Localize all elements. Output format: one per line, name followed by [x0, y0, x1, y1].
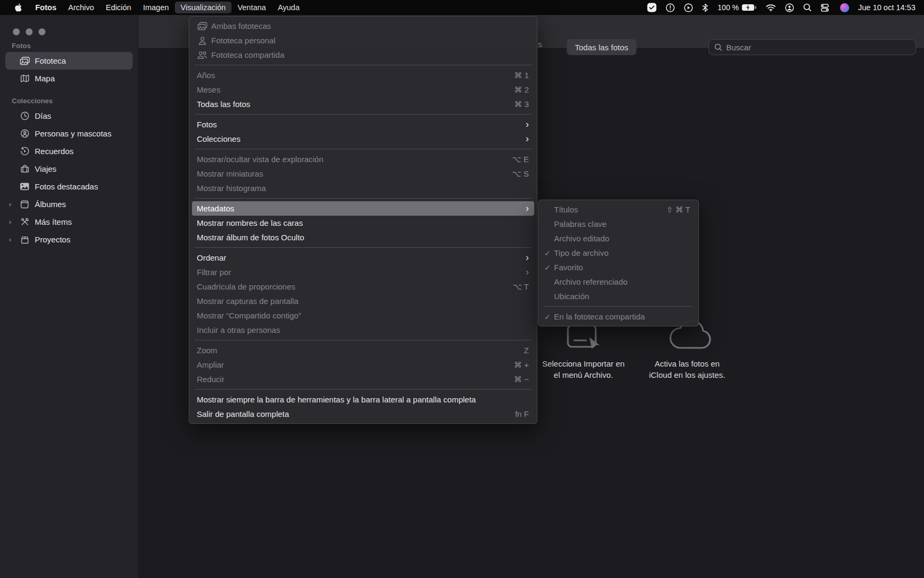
sidebar-item-dias[interactable]: Días [5, 107, 133, 125]
menu-item-anos: Años⌘ 1 [192, 68, 534, 82]
play-circle-icon[interactable] [684, 3, 693, 12]
person-circle-icon [19, 129, 30, 138]
siri-icon[interactable] [840, 3, 849, 12]
battery-percent-label: 100 % [718, 3, 739, 12]
person-icon [197, 36, 207, 45]
submenu-item-archivo-referenciado: ✓ Archivo referenciado [541, 275, 696, 289]
sidebar-item-label: Proyectos [35, 235, 71, 244]
submenu-chevron-icon: › [526, 119, 529, 129]
menu-item-todas-las-fotos[interactable]: Todas las fotos⌘ 3 [192, 97, 534, 111]
battery-status[interactable]: 100 % [718, 3, 757, 12]
menu-item-nombres-caras[interactable]: Mostrar nombres de las caras [192, 216, 534, 230]
segment-label: Todas las fotos [575, 43, 628, 52]
submenu-item-favorito: ✓ Favorito [541, 260, 696, 275]
menubar-item-ayuda[interactable]: Ayuda [272, 2, 305, 13]
people-icon [197, 51, 207, 59]
submenu-item-titulos: ✓ Títulos ⇧ ⌘ T [541, 202, 696, 217]
menu-item-salir-pantalla-completa[interactable]: Salir de pantalla completafn F [192, 407, 534, 421]
disclosure-chevron-icon[interactable]: › [6, 218, 14, 226]
sidebar-item-proyectos[interactable]: › Proyectos [5, 231, 133, 248]
sidebar-item-fototeca[interactable]: Fototeca [5, 52, 133, 70]
menu-item-ambas-fototecas: Ambas fototecas [192, 19, 534, 33]
project-box-icon [19, 235, 30, 244]
sidebar-item-fotos-destacadas[interactable]: Fotos destacadas [5, 178, 133, 195]
sidebar-item-viajes[interactable]: Viajes [5, 160, 133, 178]
menu-separator [195, 247, 532, 248]
search-icon [714, 43, 722, 51]
menubar-item-fotos[interactable]: Fotos [29, 2, 62, 13]
menu-item-capturas: Mostrar capturas de pantalla [192, 294, 534, 308]
menu-item-compartido-contigo: Mostrar “Compartido contigo” [192, 308, 534, 323]
album-icon [19, 200, 30, 209]
user-circle-icon[interactable] [785, 3, 794, 12]
menu-item-fototeca-personal: Fototeca personal [192, 33, 534, 48]
sidebar-item-label: Mapa [35, 74, 55, 83]
sidebar-item-label: Fotos destacadas [35, 182, 98, 191]
menu-item-mostrar-miniaturas: Mostrar miniaturas⌥ S [192, 166, 534, 181]
sidebar-section-fotos: Fotos [0, 42, 138, 50]
shortcuts-check-icon[interactable] [647, 3, 657, 12]
sidebar-item-label: Personas y mascotas [35, 129, 111, 138]
spotlight-icon[interactable] [803, 3, 812, 12]
sidebar-item-label: Recuerdos [35, 147, 74, 156]
submenu-item-palabras-clave: ✓ Palabras clave [541, 217, 696, 231]
close-button[interactable] [13, 28, 20, 35]
disclosure-chevron-icon[interactable]: › [6, 200, 14, 208]
menu-item-barra-pantalla-completa[interactable]: Mostrar siempre la barra de herramientas… [192, 392, 534, 407]
sidebar-item-recuerdos[interactable]: Recuerdos [5, 142, 133, 160]
sidebar-item-albumes[interactable]: › Álbumes [5, 195, 133, 213]
menu-item-fotos[interactable]: Fotos› [192, 117, 534, 132]
menu-item-meses: Meses⌘ 2 [192, 82, 534, 97]
menubar-item-edicion[interactable]: Edición [100, 2, 137, 13]
menu-item-reducir: Reducir⌘ − [192, 372, 534, 386]
menu-separator [195, 65, 532, 65]
menu-separator [544, 306, 693, 307]
menu-item-colecciones[interactable]: Colecciones› [192, 132, 534, 146]
menu-item-vista-exploracion: Mostrar/ocultar vista de exploración⌥ E [192, 152, 534, 166]
map-icon [19, 74, 30, 83]
apple-icon [14, 3, 22, 12]
submenu-chevron-icon: › [526, 253, 529, 262]
minimize-button[interactable] [26, 28, 33, 35]
menubar-clock[interactable]: Jue 10 oct 14:53 [858, 3, 915, 12]
submenu-chevron-icon: › [526, 267, 529, 277]
submenu-chevron-icon: › [526, 203, 529, 213]
menu-item-fototeca-compartida: Fototeca compartida [192, 48, 534, 62]
menu-item-ordenar[interactable]: Ordenar› [192, 250, 534, 265]
photos-icon [197, 22, 207, 31]
wifi-icon[interactable] [766, 4, 776, 12]
icloud-caption: Activa las fotos en iCloud en los ajuste… [628, 358, 746, 381]
menubar-item-imagen[interactable]: Imagen [137, 2, 174, 13]
search-field[interactable]: Buscar [709, 39, 916, 55]
segment-todas-las-fotos[interactable]: Todas las fotos [567, 39, 636, 55]
view-menu: Ambas fototecas Fototeca personal Fotote… [189, 16, 537, 424]
sidebar-item-mapa[interactable]: Mapa [5, 70, 133, 87]
bluetooth-icon[interactable] [702, 3, 709, 12]
menu-item-metadatos[interactable]: Metadatos› [192, 201, 534, 216]
zoom-button[interactable] [38, 28, 45, 35]
battery-icon [742, 4, 757, 11]
alert-circle-icon[interactable] [666, 3, 675, 12]
sidebar-item-personas[interactable]: Personas y mascotas [5, 125, 133, 142]
sidebar-item-label: Más ítems [35, 217, 72, 226]
sidebar-item-label: Álbumes [35, 200, 66, 209]
menu-item-mostrar-histograma: Mostrar histograma [192, 181, 534, 195]
submenu-item-en-fototeca-compartida: ✓ En la fototeca compartida [541, 309, 696, 324]
menubar-item-visualizacion[interactable]: Visualización [175, 2, 232, 13]
segment-partial-text: s [538, 40, 542, 49]
disclosure-chevron-icon[interactable]: › [6, 235, 14, 244]
apple-menu[interactable] [7, 3, 29, 12]
menu-item-zoom: ZoomZ [192, 343, 534, 358]
menu-separator [195, 198, 532, 199]
submenu-item-tipo-de-archivo: ✓ Tipo de archivo [541, 246, 696, 260]
sidebar-item-label: Fototeca [35, 56, 66, 65]
photos-icon [19, 57, 30, 65]
menubar-item-archivo[interactable]: Archivo [62, 2, 99, 13]
clock-icon [19, 111, 30, 120]
menu-item-album-oculto[interactable]: Mostrar álbum de fotos Oculto [192, 230, 534, 245]
window-controls [0, 15, 138, 35]
submenu-item-archivo-editado: ✓ Archivo editado [541, 231, 696, 246]
control-center-icon[interactable] [821, 4, 831, 12]
sidebar-item-mas-items[interactable]: › Más ítems [5, 213, 133, 231]
menubar-item-ventana[interactable]: Ventana [232, 2, 272, 13]
